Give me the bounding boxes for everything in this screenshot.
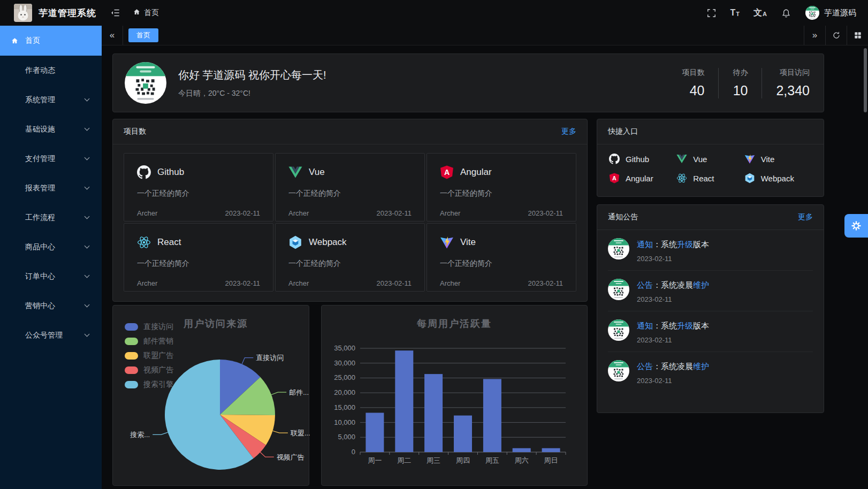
project-description: 一个正经的简介 [288,189,412,198]
pie-chart-title: 用户访问来源 [184,317,248,330]
sidebar-item-order[interactable]: 订单中心 [0,262,102,291]
home-icon [133,8,141,18]
shortcut-vite[interactable]: Vite [744,154,812,164]
breadcrumb[interactable]: 首页 [133,8,159,18]
shortcut-angular[interactable]: AAngular [609,173,676,184]
welcome-stats: 项目数40待办10项目访问2,340 [668,68,812,98]
notice-title-segment: 版本 [693,321,709,330]
svg-text:A: A [444,168,450,177]
projects-grid: Github一个正经的简介Archer2023-02-11Vue一个正经的简介A… [113,144,587,300]
legend-item-搜索引擎[interactable]: 搜索引擎 [125,377,173,392]
sidebar-item-home[interactable]: 首页 [0,26,102,56]
project-card-webpack[interactable]: Webpack一个正经的简介Archer2023-02-11 [275,223,425,292]
tabs-scroll-left-button[interactable]: « [102,26,123,45]
project-author: Archer [440,209,460,217]
svg-text:10,000: 10,000 [334,418,355,426]
sidebar: 首页作者动态系统管理基础设施支付管理报表管理工作流程商品中心订单中心营销中心公众… [0,26,102,489]
fullscreen-icon[interactable] [706,8,717,18]
shortcut-github[interactable]: Github [609,154,676,164]
project-description: 一个正经的简介 [440,189,563,198]
svg-text:0: 0 [352,448,355,456]
shortcut-label: React [693,174,714,183]
sidebar-item-pay[interactable]: 支付管理 [0,144,102,173]
sidebar-item-workflow[interactable]: 工作流程 [0,203,102,232]
webpack-icon [744,173,755,184]
sidebar-item-mp[interactable]: 公众号管理 [0,320,102,350]
project-card-vite[interactable]: Vite一个正经的简介Archer2023-02-11 [427,223,576,292]
notice-title: 通知：系统升级版本 [637,320,709,331]
notice-avatar-qr [608,238,629,259]
font-size-icon[interactable]: TT [730,9,740,17]
shortcut-label: Angular [626,174,653,183]
github-icon [137,165,151,179]
legend-item-联盟广告[interactable]: 联盟广告 [125,348,173,363]
language-icon[interactable]: 文A [753,9,767,17]
notice-body-text: 通知：系统升级版本2023-02-11 [637,238,709,263]
sidebar-item-system[interactable]: 系统管理 [0,85,102,114]
sidebar-item-report[interactable]: 报表管理 [0,173,102,203]
project-card-react[interactable]: React一个正经的简介Archer2023-02-11 [124,223,273,292]
legend-label: 搜索引擎 [143,380,173,389]
legend-item-视频广告[interactable]: 视频广告 [125,363,173,377]
legend-item-直接访问[interactable]: 直接访问 [125,319,173,334]
vite-icon [440,235,454,249]
notice-avatar [608,238,629,259]
project-date: 2023-02-11 [225,209,260,217]
shortcut-vue[interactable]: Vue [676,154,744,164]
svg-text:视频广告: 视频广告 [277,453,304,461]
notice-avatar-qr [608,279,629,300]
sidebar-item-label: 报表管理 [25,184,55,193]
refresh-button[interactable] [825,26,847,45]
shortcuts-grid: GithubVueViteAAngularReactWebpack [597,144,824,193]
notices-more-link[interactable]: 更多 [798,212,813,222]
project-name: Webpack [309,237,347,248]
notification-bell-icon[interactable] [781,7,791,18]
notice-body-text: 公告：系统凌晨维护2023-02-11 [637,279,709,303]
sidebar-item-infra[interactable]: 基础设施 [0,114,102,144]
notice-body-text: 通知：系统升级版本2023-02-11 [637,319,709,344]
shortcut-webpack[interactable]: Webpack [744,173,812,184]
user-menu[interactable]: 芋道源码 [805,6,856,20]
sidebar-item-label: 作者动态 [25,66,55,75]
tab-home[interactable]: 首页 [128,28,158,42]
sidebar-item-label: 订单中心 [25,272,55,281]
project-name: Github [157,167,184,178]
project-card-angular[interactable]: AAngular一个正经的简介Archer2023-02-11 [427,153,576,221]
project-card-github[interactable]: Github一个正经的简介Archer2023-02-11 [124,153,273,221]
sidebar-item-author[interactable]: 作者动态 [0,56,102,85]
legend-swatch [125,381,138,388]
notice-item-3[interactable]: 通知：系统升级版本2023-02-11 [608,311,813,352]
bar-chart-title: 每周用户活跃量 [322,317,587,330]
welcome-text: 你好 芋道源码 祝你开心每一天! 今日晴，20°C - 32°C! [178,68,326,98]
notice-item-1[interactable]: 通知：系统升级版本2023-02-11 [608,230,813,271]
legend-item-邮件营销[interactable]: 邮件营销 [125,334,173,348]
chevron-down-icon [85,126,90,131]
shortcut-react[interactable]: React [676,173,744,184]
tabs-scroll-right-button[interactable]: » [804,26,825,45]
project-name: Angular [460,167,492,178]
sidebar-item-marketing[interactable]: 营销中心 [0,291,102,320]
legend-swatch [125,366,138,374]
project-description: 一个正经的简介 [440,259,563,269]
project-date: 2023-02-11 [376,209,412,217]
menu-fold-icon[interactable] [110,7,121,18]
project-card-vue[interactable]: Vue一个正经的简介Archer2023-02-11 [275,153,425,221]
layout-grid-button[interactable] [847,26,868,45]
top-header: 芋道管理系统 首页 TT 文A 芋道源码 [0,0,868,26]
project-card-footer: Archer2023-02-11 [288,209,412,217]
notice-title-segment: 通知 [637,240,653,249]
project-author: Archer [137,209,157,217]
bar-周一 [366,413,384,453]
project-card-footer: Archer2023-02-11 [137,209,260,217]
notice-date: 2023-02-11 [637,255,709,263]
notice-item-4[interactable]: 公告：系统凌晨维护2023-02-11 [608,352,813,392]
notice-body-text: 公告：系统凌晨维护2023-02-11 [637,360,709,385]
project-description: 一个正经的简介 [137,259,260,269]
notice-title-segment: 公告 [637,362,653,371]
sidebar-item-product[interactable]: 商品中心 [0,232,102,262]
settings-gear-button[interactable] [844,214,868,238]
projects-more-link[interactable]: 更多 [561,127,576,136]
scrollbar-thumb[interactable] [864,48,867,112]
notice-item-2[interactable]: 公告：系统凌晨维护2023-02-11 [608,271,813,311]
notice-title-segment: 升级 [677,321,693,330]
